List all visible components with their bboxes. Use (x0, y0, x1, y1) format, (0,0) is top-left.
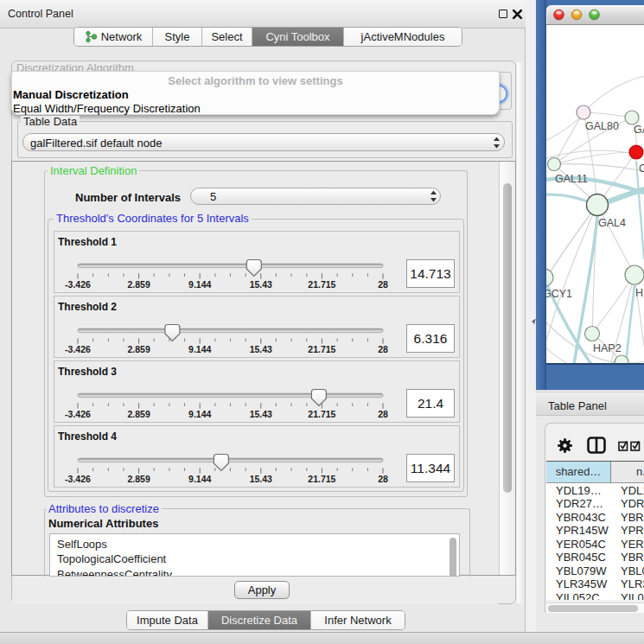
svg-text:2.859: 2.859 (127, 279, 150, 290)
svg-text:21.715: 21.715 (308, 409, 335, 419)
svg-text:21.715: 21.715 (308, 344, 335, 354)
svg-text:-3.426: -3.426 (65, 344, 91, 354)
svg-text:15.43: 15.43 (250, 344, 272, 354)
svg-text:C: C (639, 163, 644, 175)
svg-text:9.144: 9.144 (188, 474, 211, 484)
svg-text:GAL4: GAL4 (598, 217, 626, 229)
svg-text:GAL80: GAL80 (585, 120, 619, 132)
svg-text:28: 28 (378, 279, 388, 290)
svg-text:GAL11: GAL11 (555, 173, 588, 185)
svg-text:28: 28 (378, 409, 388, 419)
svg-text:HAP2: HAP2 (593, 342, 622, 354)
svg-text:-3.426: -3.426 (65, 279, 91, 290)
svg-text:28: 28 (378, 344, 388, 354)
svg-text:2.859: 2.859 (127, 344, 150, 354)
svg-text:15.43: 15.43 (250, 474, 272, 484)
svg-text:28: 28 (378, 474, 388, 484)
svg-text:21.715: 21.715 (308, 279, 335, 290)
svg-text:-3.426: -3.426 (65, 409, 91, 419)
svg-text:15.43: 15.43 (250, 279, 272, 290)
svg-text:9.144: 9.144 (188, 344, 211, 354)
svg-text:15.43: 15.43 (250, 409, 272, 419)
svg-text:21.715: 21.715 (308, 474, 335, 484)
svg-text:9.144: 9.144 (188, 409, 211, 419)
svg-text:H: H (635, 287, 643, 299)
svg-text:-3.426: -3.426 (65, 474, 91, 484)
svg-text:2.859: 2.859 (127, 409, 150, 419)
svg-text:GA: GA (634, 124, 644, 136)
svg-text:GCY1: GCY1 (546, 288, 572, 300)
svg-text:2.859: 2.859 (127, 474, 150, 484)
svg-text:9.144: 9.144 (188, 279, 211, 290)
